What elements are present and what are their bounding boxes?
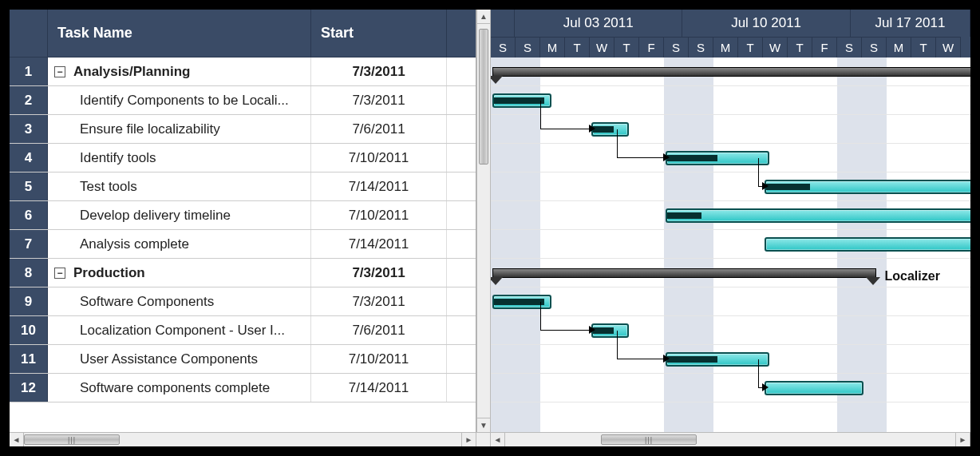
- task-start-cell[interactable]: 7/6/2011: [311, 115, 447, 143]
- day-header[interactable]: M: [713, 37, 738, 57]
- col-header-number[interactable]: [10, 10, 48, 57]
- task-name-cell[interactable]: Test tools: [48, 172, 311, 200]
- day-header[interactable]: S: [862, 37, 887, 57]
- day-header-row: SSMTWTFSSMTWTFSSMTW: [491, 37, 970, 57]
- task-name-cell[interactable]: Analysis complete: [48, 230, 311, 258]
- dependency-link: [540, 101, 590, 129]
- collapse-toggle-icon[interactable]: −: [54, 268, 65, 279]
- day-header[interactable]: S: [664, 37, 689, 57]
- row-number: 6: [10, 201, 48, 229]
- scroll-left-arrow-icon[interactable]: ◄: [10, 433, 24, 446]
- day-header[interactable]: S: [837, 37, 862, 57]
- task-name-cell[interactable]: User Assistance Components: [48, 345, 311, 373]
- scroll-down-arrow-icon[interactable]: ▼: [477, 418, 490, 432]
- scroll-right-arrow-icon[interactable]: ►: [955, 433, 970, 446]
- day-header[interactable]: S: [491, 37, 516, 57]
- task-start-cell[interactable]: 7/14/2011: [311, 230, 447, 258]
- task-name-label: Identify tools: [80, 150, 156, 166]
- task-bar[interactable]: [765, 180, 970, 194]
- row-number: 11: [10, 345, 48, 373]
- task-name-label: Analysis/Planning: [73, 64, 190, 80]
- gantt-row: [491, 374, 970, 402]
- week-header[interactable]: Jul 17 2011: [851, 10, 970, 37]
- task-bar[interactable]: [666, 151, 769, 165]
- scroll-up-arrow-icon[interactable]: ▲: [477, 10, 490, 24]
- scroll-left-arrow-icon[interactable]: ◄: [491, 433, 505, 446]
- task-start-cell[interactable]: 7/14/2011: [311, 172, 447, 200]
- task-start-cell[interactable]: 7/10/2011: [311, 345, 447, 373]
- gantt-body[interactable]: Localizer: [491, 57, 970, 432]
- progress-bar: [593, 327, 614, 334]
- task-row[interactable]: 11User Assistance Components7/10/2011: [10, 345, 476, 374]
- task-name-cell[interactable]: Identify tools: [48, 144, 311, 172]
- task-start-cell[interactable]: 7/3/2011: [311, 259, 447, 287]
- day-header[interactable]: T: [911, 37, 936, 57]
- task-bar[interactable]: [765, 237, 970, 252]
- scroll-thumb[interactable]: [479, 29, 488, 165]
- task-row[interactable]: 2Identify Components to be Locali...7/3/…: [10, 86, 476, 115]
- day-header[interactable]: S: [516, 37, 540, 57]
- task-start-cell[interactable]: 7/3/2011: [311, 86, 447, 114]
- scroll-right-arrow-icon[interactable]: ►: [461, 433, 476, 446]
- task-grid-pane: Task Name Start 1−Analysis/Planning7/3/2…: [10, 10, 476, 432]
- grid-hscroll[interactable]: ◄ ||| ►: [10, 433, 476, 446]
- day-header[interactable]: T: [565, 37, 590, 57]
- day-header[interactable]: F: [639, 37, 664, 57]
- task-row[interactable]: 7Analysis complete7/14/2011: [10, 230, 476, 259]
- vertical-scrollbar[interactable]: ▲ ▼: [476, 10, 491, 432]
- task-row[interactable]: 1−Analysis/Planning7/3/2011: [10, 57, 476, 86]
- progress-bar: [593, 126, 614, 133]
- task-row[interactable]: 4Identify tools7/10/2011: [10, 144, 476, 172]
- arrow-right-icon: [762, 182, 769, 190]
- day-header[interactable]: T: [738, 37, 763, 57]
- task-name-cell[interactable]: Develop delivery timeline: [48, 201, 311, 229]
- task-bar[interactable]: [765, 381, 863, 395]
- day-header[interactable]: M: [887, 37, 911, 57]
- day-header[interactable]: M: [540, 37, 565, 57]
- task-bar[interactable]: [666, 208, 970, 223]
- task-start-cell[interactable]: 7/6/2011: [311, 316, 447, 344]
- task-start-cell[interactable]: 7/10/2011: [311, 144, 447, 172]
- task-name-cell[interactable]: −Production: [48, 259, 311, 287]
- day-header[interactable]: W: [936, 37, 961, 57]
- scroll-thumb[interactable]: |||: [24, 434, 120, 445]
- task-start-cell[interactable]: 7/3/2011: [311, 57, 447, 85]
- day-header[interactable]: T: [614, 37, 639, 57]
- row-number: 8: [10, 259, 48, 287]
- scroll-thumb[interactable]: |||: [601, 434, 697, 445]
- day-header[interactable]: T: [788, 37, 812, 57]
- task-name-cell[interactable]: Ensure file localizability: [48, 115, 311, 143]
- week-header[interactable]: Jul 10 2011: [682, 10, 850, 37]
- task-start-cell[interactable]: 7/14/2011: [311, 374, 447, 402]
- task-row[interactable]: 8−Production7/3/2011: [10, 259, 476, 287]
- gantt-hscroll[interactable]: ◄ ||| ►: [491, 433, 970, 446]
- summary-bar[interactable]: [492, 67, 970, 77]
- task-name-cell[interactable]: Localization Component - User I...: [48, 316, 311, 344]
- task-start-cell[interactable]: 7/10/2011: [311, 201, 447, 229]
- row-number: 9: [10, 287, 48, 315]
- col-header-taskname[interactable]: Task Name: [48, 10, 311, 57]
- day-header[interactable]: S: [689, 37, 713, 57]
- collapse-toggle-icon[interactable]: −: [54, 66, 65, 77]
- day-header[interactable]: W: [590, 37, 614, 57]
- row-number: 4: [10, 144, 48, 172]
- summary-bar[interactable]: Localizer: [492, 268, 876, 278]
- row-number: 5: [10, 172, 48, 200]
- task-row[interactable]: 10Localization Component - User I...7/6/…: [10, 316, 476, 345]
- task-name-cell[interactable]: −Analysis/Planning: [48, 57, 311, 85]
- task-row[interactable]: 3Ensure file localizability7/6/2011: [10, 115, 476, 144]
- col-header-start[interactable]: Start: [311, 10, 447, 57]
- task-row[interactable]: 6Develop delivery timeline7/10/2011: [10, 201, 476, 230]
- day-header[interactable]: W: [763, 37, 788, 57]
- task-name-cell[interactable]: Software components complete: [48, 374, 311, 402]
- day-header[interactable]: F: [812, 37, 837, 57]
- row-number: 7: [10, 230, 48, 258]
- task-row[interactable]: 5Test tools7/14/2011: [10, 172, 476, 201]
- task-name-cell[interactable]: Software Components: [48, 287, 311, 315]
- week-header[interactable]: Jul 03 2011: [515, 10, 682, 37]
- task-row[interactable]: 9Software Components7/3/2011: [10, 287, 476, 316]
- task-bar[interactable]: [666, 352, 769, 367]
- task-row[interactable]: 12Software components complete7/14/2011: [10, 374, 476, 402]
- task-start-cell[interactable]: 7/3/2011: [311, 287, 447, 315]
- task-name-cell[interactable]: Identify Components to be Locali...: [48, 86, 311, 114]
